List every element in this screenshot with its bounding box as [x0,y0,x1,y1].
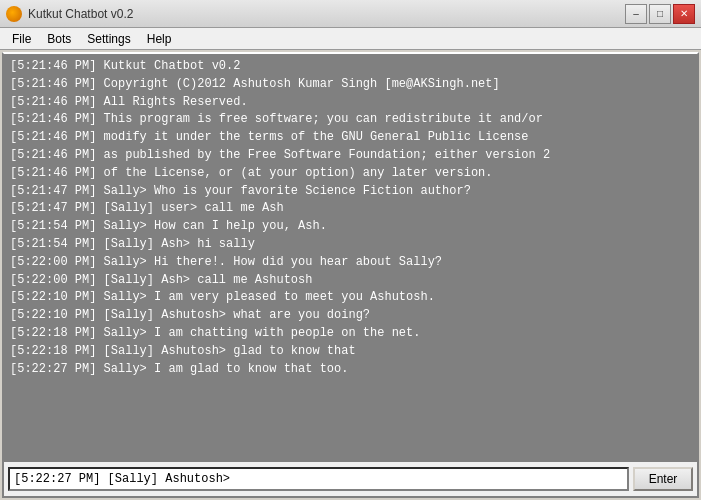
chat-line: [5:21:46 PM] All Rights Reserved. [10,94,691,111]
chat-line: [5:21:46 PM] as published by the Free So… [10,147,691,164]
chat-line: [5:21:46 PM] Kutkut Chatbot v0.2 [10,58,691,75]
chat-line: [5:22:10 PM] Sally> I am very pleased to… [10,289,691,306]
input-area: Enter [4,460,697,496]
title-text: Kutkut Chatbot v0.2 [28,7,133,21]
title-bar-left: Kutkut Chatbot v0.2 [6,6,133,22]
chat-line: [5:22:27 PM] Sally> I am glad to know th… [10,361,691,378]
chat-input[interactable] [8,467,629,491]
menu-item-settings[interactable]: Settings [79,30,138,48]
chat-line: [5:22:18 PM] [Sally] Ashutosh> glad to k… [10,343,691,360]
chat-line: [5:21:47 PM] [Sally] user> call me Ash [10,200,691,217]
chat-line: [5:21:54 PM] [Sally] Ash> hi sally [10,236,691,253]
menu-item-help[interactable]: Help [139,30,180,48]
minimize-button[interactable]: – [625,4,647,24]
app-icon [6,6,22,22]
menu-item-bots[interactable]: Bots [39,30,79,48]
maximize-button[interactable]: □ [649,4,671,24]
chat-line: [5:22:00 PM] [Sally] Ash> call me Ashuto… [10,272,691,289]
chat-line: [5:22:10 PM] [Sally] Ashutosh> what are … [10,307,691,324]
chat-line: [5:21:46 PM] Copyright (C)2012 Ashutosh … [10,76,691,93]
chat-line: [5:21:47 PM] Sally> Who is your favorite… [10,183,691,200]
main-window: [5:21:46 PM] Kutkut Chatbot v0.2[5:21:46… [2,52,699,498]
menu-bar: FileBotsSettingsHelp [0,28,701,50]
chat-line: [5:21:54 PM] Sally> How can I help you, … [10,218,691,235]
chat-line: [5:21:46 PM] This program is free softwa… [10,111,691,128]
chat-line: [5:21:46 PM] modify it under the terms o… [10,129,691,146]
title-bar-controls: – □ ✕ [625,4,695,24]
chat-area[interactable]: [5:21:46 PM] Kutkut Chatbot v0.2[5:21:46… [4,54,697,460]
chat-line: [5:21:46 PM] of the License, or (at your… [10,165,691,182]
enter-button[interactable]: Enter [633,467,693,491]
title-bar: Kutkut Chatbot v0.2 – □ ✕ [0,0,701,28]
chat-line: [5:22:18 PM] Sally> I am chatting with p… [10,325,691,342]
menu-item-file[interactable]: File [4,30,39,48]
close-button[interactable]: ✕ [673,4,695,24]
chat-line: [5:22:00 PM] Sally> Hi there!. How did y… [10,254,691,271]
